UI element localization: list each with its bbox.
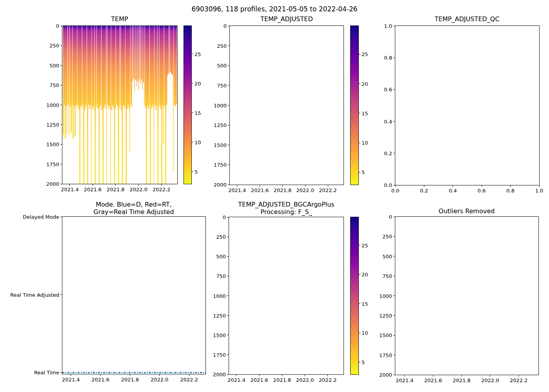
y-tick-temp_adjusted_bgcargoplus (227, 237, 229, 237)
x-tick-label-temp: 2022.0 (130, 187, 148, 192)
y-tick-temp_adjusted (228, 125, 229, 125)
colorbar-tick-label-temp: 25 (195, 51, 201, 57)
colorbar-tick-label-temp_adjusted_bgcargoplus: 15 (362, 301, 368, 307)
y-tick-label-temp_adjusted: 500 (217, 63, 227, 69)
y-tick-label-temp_adjusted: 750 (217, 82, 227, 88)
y-tick-temp (60, 144, 62, 145)
y-tick-label-temp_adjusted: 1000 (214, 102, 227, 108)
y-tick-label-outliers_removed: 1750 (379, 352, 392, 358)
y-tick-temp_adjusted_bgcargoplus (227, 217, 229, 218)
x-tick-label-outliers_removed: 2022.2 (510, 377, 528, 383)
x-tick-temp_adjusted_bgcargoplus (305, 375, 305, 376)
colorbar-tick-temp_adjusted (359, 143, 360, 143)
y-tick-temp (60, 164, 62, 164)
temp-heatmap-canvas (62, 26, 177, 184)
colorbar-tick-label-temp: 20 (195, 80, 201, 86)
x-tick-temp_adjusted_qc (482, 185, 482, 187)
colorbar-tick-temp (192, 142, 193, 142)
y-tick-label-outliers_removed: 0 (389, 214, 392, 220)
axes-outliers_removed (395, 216, 539, 375)
y-tick-label-temp_adjusted: 2000 (214, 182, 227, 188)
y-tick-label-temp_adjusted_bgcargoplus: 2000 (213, 372, 226, 377)
x-tick-label-temp_adjusted_bgcargoplus: 2021.6 (250, 377, 268, 383)
x-tick-temp_adjusted (260, 185, 260, 187)
x-tick-label-outliers_removed: 2021.6 (424, 377, 442, 383)
x-tick-label-temp_adjusted: 2022.2 (319, 187, 337, 193)
y-tick-temp_adjusted (228, 185, 229, 185)
colorbar-tick-label-temp_adjusted: 20 (362, 81, 368, 87)
y-tick-outliers_removed (393, 315, 395, 316)
y-tick-temp_adjusted_qc (393, 153, 395, 153)
y-tick-label-temp: 0 (56, 23, 59, 29)
y-tick-temp_adjusted_qc (393, 121, 395, 122)
subplot-temp-adjusted-qc-title: TEMP_ADJUSTED_QC (434, 15, 499, 23)
y-tick-outliers_removed (393, 256, 395, 256)
y-tick-label-temp_adjusted: 1250 (214, 122, 227, 128)
y-tick-outliers_removed (393, 236, 395, 237)
y-tick-temp_adjusted_bgcargoplus (227, 276, 229, 276)
x-tick-label-temp_adjusted: 2022.0 (296, 187, 314, 193)
y-tick-label-outliers_removed: 500 (382, 253, 392, 259)
y-tick-label-temp_adjusted_qc: 0.2 (384, 150, 392, 156)
y-tick-temp_adjusted (228, 105, 229, 105)
x-tick-label-temp_adjusted_qc: 0.8 (506, 188, 514, 194)
x-tick-temp_adjusted (305, 185, 305, 187)
y-tick-mode (60, 217, 62, 217)
y-tick-label-temp: 500 (49, 62, 59, 68)
x-tick-temp_adjusted_bgcargoplus (259, 375, 260, 376)
x-tick-label-temp: 2021.6 (84, 187, 102, 192)
x-tick-mode (100, 374, 101, 376)
mode-category-label: Delayed Mode (23, 214, 59, 220)
x-tick-label-temp: 2021.4 (61, 187, 79, 192)
colorbar-tick-label-temp_adjusted: 25 (362, 51, 368, 57)
y-tick-label-temp_adjusted_qc: 0.8 (384, 55, 392, 61)
y-tick-temp (60, 124, 62, 125)
x-tick-outliers_removed (433, 375, 433, 377)
x-tick-temp (69, 184, 70, 186)
x-tick-label-temp: 2022.2 (153, 187, 171, 192)
x-tick-label-temp_adjusted: 2021.8 (274, 187, 292, 193)
y-tick-temp (60, 26, 62, 26)
colorbar-tick-label-temp_adjusted: 10 (362, 140, 368, 146)
x-tick-temp_adjusted_bgcargoplus (327, 375, 328, 376)
y-tick-outliers_removed (393, 375, 395, 375)
y-tick-label-temp_adjusted_qc: 0.6 (384, 87, 392, 93)
x-tick-outliers_removed (404, 375, 405, 377)
x-tick-temp_adjusted_qc (510, 185, 511, 187)
y-tick-label-temp_adjusted: 0 (224, 23, 227, 29)
axes-temp_adjusted_qc (395, 25, 540, 185)
x-tick-temp_adjusted (328, 185, 328, 187)
colorbar-tick-temp_adjusted (359, 113, 360, 113)
figure: 6903096, 118 profiles, 2021-05-05 to 202… (0, 0, 549, 392)
colorbar-tick-temp_adjusted_bgcargoplus (359, 245, 360, 245)
x-tick-temp (93, 184, 93, 186)
x-tick-label-temp_adjusted: 2021.4 (228, 187, 246, 193)
subplot-bgcargoplus-title-line1: TEMP_ADJUSTED_BGCArgoPlus (238, 201, 334, 208)
y-tick-label-outliers_removed: 1000 (379, 293, 392, 299)
x-tick-temp_adjusted (237, 185, 237, 187)
y-tick-label-temp_adjusted_bgcargoplus: 0 (223, 214, 226, 220)
x-tick-temp_adjusted_bgcargoplus (236, 375, 236, 376)
x-tick-label-mode: 2022.2 (180, 377, 198, 383)
x-tick-label-temp_adjusted_qc: 1.0 (535, 188, 544, 194)
y-tick-label-temp_adjusted_qc: 0.4 (384, 118, 392, 124)
y-tick-label-temp: 1000 (46, 102, 59, 108)
colorbar-tick-label-temp: 15 (195, 110, 201, 116)
axes-temp_adjusted (229, 25, 344, 185)
y-tick-label-outliers_removed: 2000 (379, 372, 392, 378)
y-tick-label-temp_adjusted: 1750 (214, 162, 227, 168)
y-tick-outliers_removed (393, 355, 395, 355)
y-tick-mode (60, 294, 62, 295)
x-tick-label-outliers_removed: 2021.8 (453, 377, 471, 383)
y-tick-label-temp: 750 (49, 82, 59, 88)
y-tick-temp_adjusted_qc (393, 185, 395, 185)
subplot-bgcargoplus-title-line2: Processing: F_S_ (260, 208, 312, 216)
colorbar-tick-label-temp_adjusted_bgcargoplus: 25 (362, 242, 368, 248)
y-tick-label-temp_adjusted_bgcargoplus: 750 (216, 273, 226, 279)
x-tick-label-mode: 2021.4 (62, 377, 80, 383)
y-tick-label-temp: 2000 (46, 181, 59, 187)
colorbar-tick-temp_adjusted_bgcargoplus (359, 333, 360, 333)
y-tick-outliers_removed (393, 335, 395, 336)
x-tick-label-temp_adjusted_qc: 0.4 (449, 188, 457, 194)
y-tick-temp_adjusted_qc (393, 26, 395, 26)
